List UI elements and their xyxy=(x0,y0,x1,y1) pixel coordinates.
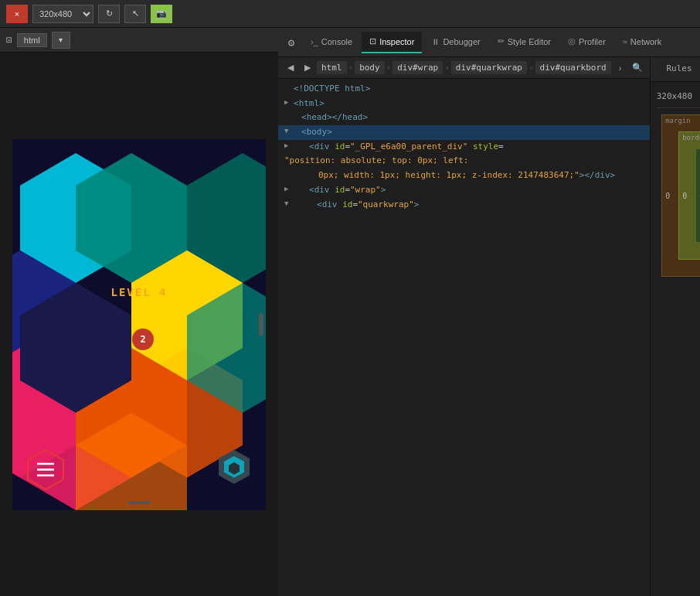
breadcrumb-bar: ◀ ▶ html › body › div#wrap › div#quarkwr… xyxy=(278,57,650,79)
source-line-html[interactable]: ▶ <html> xyxy=(278,97,650,111)
tab-debugger[interactable]: ⏸ Debugger xyxy=(423,32,488,53)
devtools-area: ⚙ ›_ Console ⊡ Inspector ⏸ Debugger ✏ St… xyxy=(278,28,700,596)
breadcrumb-sep-2: › xyxy=(386,63,392,73)
boxmodel-visual: 0 0 0 0 margin border 0 0 0 0 xyxy=(661,114,700,277)
html-dropdown[interactable]: ▾ xyxy=(52,32,70,49)
source-line-body[interactable]: ▼ <body> xyxy=(278,125,650,140)
right-sidebar: Rules Computed Fonts Box Model xyxy=(650,57,700,596)
source-scroll-wrap[interactable]: <!DOCTYPE html> ▶ <html> <head></head> xyxy=(278,79,650,596)
arrow-html: ▶ xyxy=(284,97,294,108)
profiler-icon: ◎ xyxy=(568,36,576,46)
sub-tab-rules[interactable]: Rules xyxy=(651,57,700,81)
html-button[interactable]: html xyxy=(17,33,47,47)
breadcrumb-forward[interactable]: ▶ xyxy=(300,60,315,76)
source-line-gpl-div-cont[interactable]: 0px; width: 1px; height: 1px; z-index: 2… xyxy=(278,169,650,183)
preview-cursor-icon: ⊡ xyxy=(6,34,12,46)
breadcrumb-html[interactable]: html xyxy=(317,61,347,74)
arrow-wrap: ▶ xyxy=(284,183,294,195)
margin-left-value: 0 xyxy=(665,192,670,200)
settings-icon[interactable]: ⚙ xyxy=(281,32,301,53)
menu-hex[interactable] xyxy=(26,448,65,487)
level-badge: 2 xyxy=(132,329,154,350)
logo-hex xyxy=(217,448,252,491)
tab-style-editor[interactable]: ✏ Style Editor xyxy=(490,32,559,53)
source-line-wrap[interactable]: ▶ <div id="wrap" > xyxy=(278,183,650,198)
camera-button[interactable]: 📷 xyxy=(151,5,172,23)
source-line-doctype[interactable]: <!DOCTYPE html> xyxy=(278,82,650,97)
breadcrumb-quarkbord[interactable]: div#quarkbord xyxy=(535,61,611,74)
html-source-panel: ◀ ▶ html › body › div#wrap › div#quarkwr… xyxy=(278,57,650,596)
resolution-select[interactable]: 320x480 640x960 1024x768 xyxy=(32,5,93,23)
game-canvas: LEVEL 4 2 xyxy=(12,139,266,510)
breadcrumb-more[interactable]: › xyxy=(613,60,628,76)
tab-profiler[interactable]: ◎ Profiler xyxy=(560,32,613,53)
close-button[interactable]: × xyxy=(6,5,28,23)
source-line-gpl-div[interactable]: ▶ <div id="_GPL_e6a00_parent_div" style=… xyxy=(278,140,650,169)
level-text: LEVEL 4 xyxy=(110,286,167,298)
preview-panel: ⊡ html ▾ xyxy=(0,28,278,596)
breadcrumb-sep-3: › xyxy=(444,63,450,73)
resize-handle[interactable] xyxy=(259,313,263,336)
html-source: <!DOCTYPE html> ▶ <html> <head></head> xyxy=(278,79,650,215)
breadcrumb-sep-1: › xyxy=(348,63,354,73)
breadcrumb-body[interactable]: body xyxy=(355,61,385,74)
tab-inspector[interactable]: ⊡ Inspector xyxy=(362,32,422,53)
padding-box: padding 0 0 0 0 xyxy=(695,148,700,243)
border-label: border xyxy=(682,134,700,141)
rotate-button[interactable]: ↻ xyxy=(98,5,120,23)
breadcrumb-wrap[interactable]: div#wrap xyxy=(392,61,443,74)
element-info: 320x480 static xyxy=(657,88,700,108)
console-icon: ›_ xyxy=(311,37,318,46)
arrow-gpl-cont xyxy=(284,169,294,180)
sub-tabs: Rules Computed Fonts Box Model xyxy=(651,57,700,82)
debugger-icon: ⏸ xyxy=(431,37,440,46)
top-toolbar: × 320x480 640x960 1024x768 ↻ ↖ 📷 xyxy=(0,0,700,28)
network-icon: ≈ xyxy=(623,37,627,46)
source-line-head[interactable]: <head></head> xyxy=(278,111,650,125)
devtools-bottom: ◀ ▶ html › body › div#wrap › div#quarkwr… xyxy=(278,57,700,596)
arrow-quarkwrap: ▼ xyxy=(284,198,294,209)
main-content: ⊡ html ▾ xyxy=(0,28,700,596)
inspector-icon: ⊡ xyxy=(369,36,376,46)
bottom-scroll xyxy=(127,501,151,504)
breadcrumb-sep-4: › xyxy=(528,63,534,73)
margin-label: margin xyxy=(665,117,691,124)
box-model-display: 320x480 static 0 0 0 0 margin xyxy=(651,82,700,596)
source-line-quarkwrap[interactable]: ▼ <div id="quarkwrap" > xyxy=(278,198,650,213)
tab-network[interactable]: ≈ Network xyxy=(615,32,669,53)
breadcrumb-quarkwrap[interactable]: div#quarkwrap xyxy=(451,61,527,74)
arrow-body: ▼ xyxy=(284,125,294,137)
breadcrumb-back[interactable]: ◀ xyxy=(283,60,298,76)
border-left-value: 0 xyxy=(682,192,687,200)
preview-toolbar: ⊡ html ▾ xyxy=(0,28,278,53)
arrow-head xyxy=(284,111,294,122)
tab-console[interactable]: ›_ Console xyxy=(303,32,360,53)
style-editor-icon: ✏ xyxy=(498,36,505,46)
devtools-tabs: ⚙ ›_ Console ⊡ Inspector ⏸ Debugger ✏ St… xyxy=(278,28,700,57)
element-size: 320x480 xyxy=(657,91,692,101)
breadcrumb-search[interactable]: 🔍 xyxy=(630,60,645,76)
arrow-doctype xyxy=(284,82,294,94)
pointer-button[interactable]: ↖ xyxy=(124,5,146,23)
game-preview: LEVEL 4 2 xyxy=(0,53,278,596)
arrow-gpl: ▶ xyxy=(284,140,294,152)
